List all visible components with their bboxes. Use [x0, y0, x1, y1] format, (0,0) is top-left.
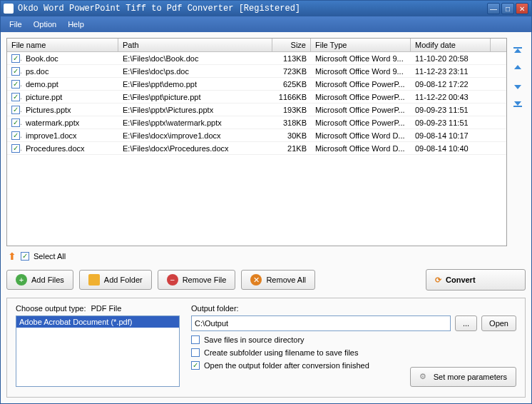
cell-type: Microsoft Office PowerP...: [311, 105, 411, 115]
cell-size: 1166KB: [272, 92, 311, 102]
move-up-button[interactable]: [511, 62, 524, 75]
browse-button[interactable]: ...: [455, 315, 477, 331]
select-all-label: Select All: [34, 252, 66, 261]
open-folder-button[interactable]: Open: [481, 315, 516, 331]
cell-path: E:\Files\pptx\watermark.pptx: [118, 118, 272, 128]
cell-date: 11-12-23 23:11: [411, 66, 491, 76]
folder-icon: [88, 274, 100, 286]
cell-type: Microsoft Office PowerP...: [311, 79, 411, 89]
cell-type: Microsoft Office Word 9...: [311, 66, 411, 76]
move-top-button[interactable]: [511, 45, 524, 58]
maximize-button[interactable]: □: [501, 3, 514, 14]
up-arrow-icon: ⬆: [8, 251, 16, 262]
cell-date: 11-12-22 00:43: [411, 92, 491, 102]
col-type[interactable]: File Type: [311, 39, 411, 51]
window-title: Okdo Word PowerPoint Tiff to Pdf Convert…: [18, 4, 487, 14]
row-checkbox[interactable]: [11, 131, 20, 140]
cell-path: E:\Files\docx\improve1.docx: [118, 131, 272, 141]
output-folder-input[interactable]: [191, 315, 451, 331]
save-source-label: Save files in source directory: [204, 335, 305, 344]
row-checkbox[interactable]: [11, 67, 20, 76]
table-row[interactable]: Pictures.pptxE:\Files\pptx\Pictures.pptx…: [7, 103, 506, 116]
add-files-button[interactable]: +Add Files: [6, 270, 73, 290]
cell-date: 09-08-14 10:17: [411, 131, 491, 141]
cell-type: Microsoft Office Word D...: [311, 143, 411, 153]
cell-size: 193KB: [272, 105, 311, 115]
convert-button[interactable]: ⟳Convert: [426, 269, 526, 291]
output-type-list[interactable]: Adobe Acrobat Document (*.pdf): [16, 315, 180, 387]
create-subfolder-checkbox[interactable]: [191, 348, 200, 357]
choose-type-label: Choose output type:: [16, 304, 86, 313]
cell-path: E:\Files\ppt\picture.ppt: [118, 92, 272, 102]
plus-icon: +: [16, 274, 27, 286]
add-folder-button[interactable]: Add Folder: [79, 270, 152, 290]
titlebar: Okdo Word PowerPoint Tiff to Pdf Convert…: [1, 1, 531, 16]
cell-path: E:\Files\ppt\demo.ppt: [118, 79, 272, 89]
cell-date: 11-10-20 20:58: [411, 54, 491, 64]
cell-filename: picture.ppt: [21, 92, 118, 102]
col-filename[interactable]: File name: [7, 39, 118, 51]
cell-filename: improve1.docx: [21, 131, 118, 141]
set-more-parameters-button[interactable]: ⚙ Set more parameters: [410, 367, 516, 387]
x-icon: ✕: [250, 274, 262, 286]
row-checkbox[interactable]: [11, 144, 20, 153]
cell-size: 30KB: [272, 131, 311, 141]
cell-filename: watermark.pptx: [21, 118, 118, 128]
cell-type: Microsoft Office Word 9...: [311, 54, 411, 64]
move-down-button[interactable]: [511, 79, 524, 92]
cell-filename: Procedures.docx: [21, 143, 118, 153]
row-checkbox[interactable]: [11, 106, 20, 114]
menu-help[interactable]: Help: [62, 19, 90, 30]
cell-filename: Pictures.pptx: [21, 105, 118, 115]
close-button[interactable]: ✕: [516, 3, 528, 14]
open-after-label: Open the output folder after conversion …: [204, 361, 369, 370]
cell-path: E:\Files\doc\Book.doc: [118, 54, 272, 64]
table-row[interactable]: improve1.docxE:\Files\docx\improve1.docx…: [7, 129, 506, 142]
cell-path: E:\Files\doc\ps.doc: [118, 66, 272, 76]
cell-date: 09-09-23 11:51: [411, 118, 491, 128]
cell-filename: demo.ppt: [21, 79, 118, 89]
cell-size: 318KB: [272, 118, 311, 128]
gear-icon: ⚙: [419, 372, 429, 382]
cell-date: 09-08-12 17:22: [411, 79, 491, 89]
col-size[interactable]: Size: [272, 39, 311, 51]
output-type-item[interactable]: Adobe Acrobat Document (*.pdf): [16, 316, 179, 328]
file-table: File name Path Size File Type Modify dat…: [6, 38, 507, 246]
app-icon: [4, 4, 14, 14]
menu-file[interactable]: File: [4, 19, 28, 30]
cell-path: E:\Files\docx\Procedures.docx: [118, 143, 272, 153]
row-checkbox[interactable]: [11, 93, 20, 101]
cell-type: Microsoft Office PowerP...: [311, 118, 411, 128]
minus-icon: −: [167, 274, 178, 286]
row-checkbox[interactable]: [11, 54, 20, 63]
output-type-value: PDF File: [91, 304, 122, 313]
table-row[interactable]: ps.docE:\Files\doc\ps.doc723KBMicrosoft …: [7, 65, 506, 78]
row-checkbox[interactable]: [11, 80, 20, 89]
save-source-checkbox[interactable]: [191, 335, 200, 344]
cell-filename: ps.doc: [21, 66, 118, 76]
output-folder-label: Output folder:: [191, 304, 516, 313]
cell-filename: Book.doc: [21, 54, 118, 64]
create-subfolder-label: Create subfolder using filename to save …: [204, 348, 358, 357]
select-all-checkbox[interactable]: [21, 252, 29, 261]
col-date[interactable]: Modify date: [411, 39, 491, 51]
cell-size: 723KB: [272, 66, 311, 76]
table-row[interactable]: Procedures.docxE:\Files\docx\Procedures.…: [7, 142, 506, 155]
cell-date: 09-09-23 11:51: [411, 105, 491, 115]
table-row[interactable]: watermark.pptxE:\Files\pptx\watermark.pp…: [7, 116, 506, 129]
row-checkbox[interactable]: [11, 118, 20, 127]
open-after-checkbox[interactable]: [191, 361, 200, 370]
cell-size: 113KB: [272, 54, 311, 64]
minimize-button[interactable]: —: [487, 3, 500, 14]
menu-option[interactable]: Option: [28, 19, 62, 30]
table-row[interactable]: Book.docE:\Files\doc\Book.doc113KBMicros…: [7, 52, 506, 65]
remove-file-button[interactable]: −Remove File: [158, 270, 236, 290]
col-path[interactable]: Path: [118, 39, 272, 51]
cell-size: 21KB: [272, 143, 311, 153]
remove-all-button[interactable]: ✕Remove All: [241, 270, 315, 290]
table-row[interactable]: demo.pptE:\Files\ppt\demo.ppt625KBMicros…: [7, 78, 506, 91]
table-row[interactable]: picture.pptE:\Files\ppt\picture.ppt1166K…: [7, 91, 506, 103]
cell-path: E:\Files\pptx\Pictures.pptx: [118, 105, 272, 115]
menubar: File Option Help: [1, 16, 531, 32]
move-bottom-button[interactable]: [511, 96, 524, 109]
